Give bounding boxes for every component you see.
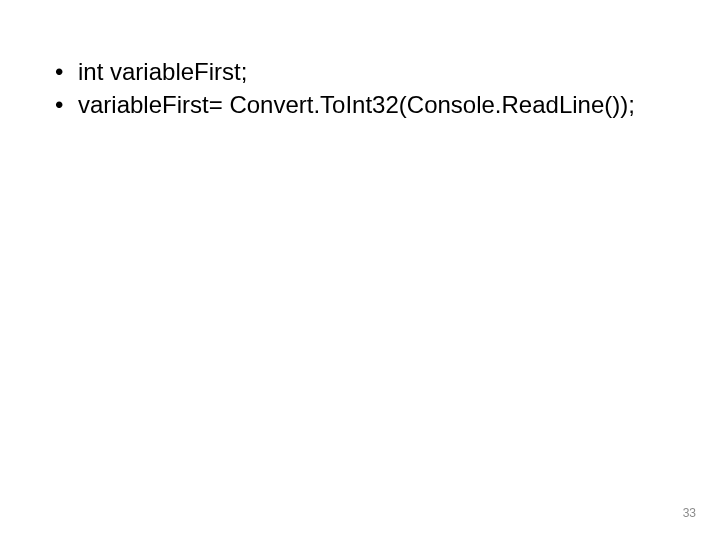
bullet-text: int variableFirst; <box>78 58 247 85</box>
page-number: 33 <box>683 506 696 520</box>
slide-content: int variableFirst; variableFirst= Conver… <box>0 0 720 121</box>
bullet-list: int variableFirst; variableFirst= Conver… <box>54 56 680 121</box>
list-item: int variableFirst; <box>54 56 680 88</box>
list-item: variableFirst= Convert.ToInt32(Console.R… <box>54 89 680 121</box>
bullet-text: variableFirst= Convert.ToInt32(Console.R… <box>78 91 635 118</box>
